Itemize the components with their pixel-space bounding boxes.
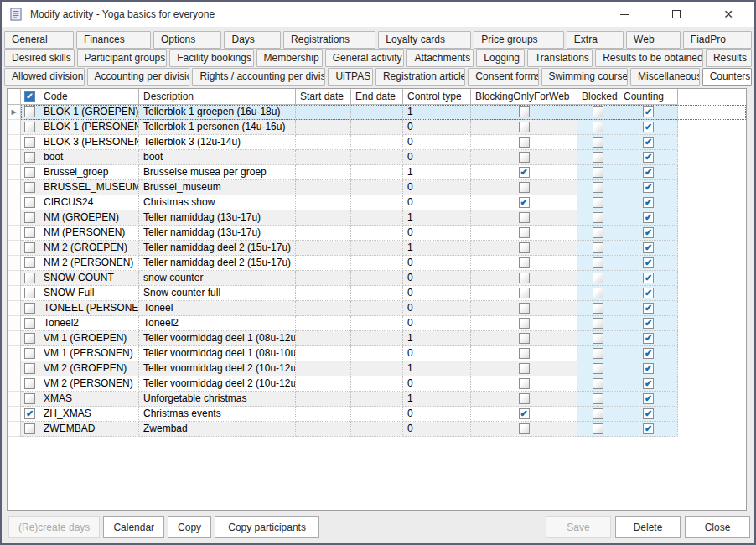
cell-end-date[interactable]	[351, 301, 403, 316]
blocked-checkbox[interactable]	[593, 288, 603, 298]
cell-code[interactable]: NM (PERSONEN)	[39, 226, 139, 241]
blockingonlyforweb-checkbox[interactable]: ✔	[519, 408, 530, 419]
blocked-checkbox[interactable]	[593, 137, 603, 148]
cell-code[interactable]: NM 2 (GROEPEN)	[39, 241, 139, 256]
blockingonlyforweb-checkbox[interactable]	[519, 212, 530, 223]
counting-checkbox[interactable]: ✔	[643, 106, 654, 117]
counting-checkbox[interactable]: ✔	[643, 363, 654, 374]
table-row[interactable]: NM 2 (PERSONEN) Teller namiddag deel 2 (…	[8, 256, 746, 271]
cell-code[interactable]: ZWEMBAD	[39, 422, 139, 437]
cell-description[interactable]: boot	[139, 150, 296, 165]
blocked-checkbox[interactable]	[593, 272, 603, 283]
row-checkbox[interactable]	[24, 378, 35, 389]
cell-code[interactable]: NM 2 (PERSONEN)	[39, 256, 139, 271]
blockingonlyforweb-checkbox[interactable]	[519, 318, 530, 329]
cell-end-date[interactable]	[351, 361, 403, 376]
cell-control-type[interactable]: 0	[403, 301, 471, 316]
blockingonlyforweb-checkbox[interactable]	[519, 182, 530, 193]
cell-end-date[interactable]	[351, 165, 403, 180]
counting-checkbox[interactable]: ✔	[643, 167, 654, 178]
cell-start-date[interactable]	[296, 210, 351, 226]
header-description[interactable]: Description	[139, 89, 296, 105]
header-counting[interactable]: Counting	[619, 89, 678, 105]
blockingonlyforweb-checkbox[interactable]	[519, 137, 530, 148]
counting-checkbox[interactable]: ✔	[643, 242, 654, 253]
row-checkbox[interactable]	[24, 303, 35, 314]
cell-end-date[interactable]	[351, 407, 403, 422]
header-end-date[interactable]: End date	[351, 89, 403, 105]
cell-end-date[interactable]	[351, 392, 403, 407]
table-row[interactable]: Toneel2 Toneel2 0 ✔	[8, 316, 746, 331]
tab-registration-articles[interactable]: Registration articles	[375, 68, 465, 86]
tab-allowed-divisions[interactable]: Allowed divisions	[4, 68, 85, 86]
close-button[interactable]: ✕	[702, 2, 754, 27]
blockingonlyforweb-checkbox[interactable]	[519, 348, 530, 359]
counting-checkbox[interactable]: ✔	[643, 348, 654, 359]
cell-description[interactable]: Teller voormiddag deel 1 (08u-10u)	[139, 346, 296, 361]
row-checkbox[interactable]	[24, 106, 35, 117]
blocked-checkbox[interactable]	[593, 318, 603, 329]
cell-code[interactable]: NM (GROEPEN)	[39, 210, 139, 226]
table-row[interactable]: boot boot 0 ✔	[8, 150, 746, 165]
blocked-checkbox[interactable]	[593, 333, 603, 344]
header-blocked[interactable]: Blocked	[577, 89, 619, 105]
blocked-checkbox[interactable]	[593, 212, 603, 223]
table-row[interactable]: ✔ ZH_XMAS Christmas events 0 ✔ ✔	[8, 407, 746, 422]
cell-description[interactable]: Teller voormiddag deel 1 (08u-12u)	[139, 331, 296, 346]
tab-results-to-be-obtained[interactable]: Results to be obtained	[595, 49, 703, 67]
delete-button[interactable]: Delete	[615, 516, 681, 538]
blocked-checkbox[interactable]	[593, 378, 603, 389]
blockingonlyforweb-checkbox[interactable]: ✔	[519, 167, 530, 178]
row-checkbox[interactable]	[24, 137, 35, 148]
tab-logging[interactable]: Logging	[476, 49, 525, 67]
blocked-checkbox[interactable]	[593, 348, 603, 359]
cell-start-date[interactable]	[296, 407, 351, 422]
cell-code[interactable]: BRUSSEL_MUSEUMS	[39, 180, 139, 195]
cell-start-date[interactable]	[296, 195, 351, 210]
cell-end-date[interactable]	[351, 256, 403, 271]
cell-code[interactable]: VM 1 (GROEPEN)	[39, 331, 139, 346]
row-checkbox[interactable]	[24, 348, 35, 359]
blockingonlyforweb-checkbox[interactable]: ✔	[519, 197, 530, 208]
tab-days[interactable]: Days	[224, 31, 281, 49]
row-checkbox[interactable]: ✔	[24, 408, 35, 419]
tab-price-groups[interactable]: Price groups	[474, 31, 564, 49]
counting-checkbox[interactable]: ✔	[643, 152, 654, 163]
tab-options[interactable]: Options	[153, 31, 222, 49]
blockingonlyforweb-checkbox[interactable]	[519, 227, 530, 238]
blocked-checkbox[interactable]	[593, 303, 603, 314]
cell-control-type[interactable]: 1	[403, 105, 471, 120]
counting-checkbox[interactable]: ✔	[643, 137, 654, 148]
cell-code[interactable]: BLOK 1 (GROEPEN)	[39, 105, 139, 120]
cell-control-type[interactable]: 0	[403, 135, 471, 150]
cell-description[interactable]: Teller namiddag (13u-17u)	[139, 226, 296, 241]
blockingonlyforweb-checkbox[interactable]	[519, 106, 530, 117]
table-row[interactable]: VM 1 (PERSONEN) Teller voormiddag deel 1…	[8, 346, 746, 361]
tab-extra[interactable]: Extra	[567, 31, 624, 49]
header-control-type[interactable]: Control type	[403, 89, 471, 105]
cell-start-date[interactable]	[296, 301, 351, 316]
tab-results[interactable]: Results	[706, 49, 752, 67]
cell-description[interactable]: snow counter	[139, 271, 296, 286]
cell-end-date[interactable]	[351, 286, 403, 301]
tab-web[interactable]: Web	[626, 31, 681, 49]
table-row[interactable]: VM 1 (GROEPEN) Teller voormiddag deel 1 …	[8, 331, 746, 346]
row-checkbox[interactable]	[24, 257, 35, 268]
cell-control-type[interactable]: 0	[403, 271, 471, 286]
table-row[interactable]: CIRCUS24 Christmas show 0 ✔ ✔	[8, 195, 746, 210]
table-row[interactable]: SNOW-Full Snow counter full 0 ✔	[8, 286, 746, 301]
row-checkbox[interactable]	[24, 152, 35, 163]
copy-participants-button[interactable]: Copy participants	[215, 516, 319, 538]
cell-end-date[interactable]	[351, 241, 403, 256]
counting-checkbox[interactable]: ✔	[643, 318, 654, 329]
header-code[interactable]: Code	[39, 89, 139, 105]
blocked-checkbox[interactable]	[593, 152, 603, 163]
blocked-checkbox[interactable]	[593, 182, 603, 193]
cell-control-type[interactable]: 1	[403, 392, 471, 407]
header-start-date[interactable]: Start date	[296, 89, 351, 105]
cell-end-date[interactable]	[351, 120, 403, 135]
cell-end-date[interactable]	[351, 316, 403, 331]
blocked-checkbox[interactable]	[593, 106, 603, 117]
tab-consent-forms[interactable]: Consent forms	[468, 68, 538, 86]
table-row[interactable]: SNOW-COUNT snow counter 0 ✔	[8, 271, 746, 286]
